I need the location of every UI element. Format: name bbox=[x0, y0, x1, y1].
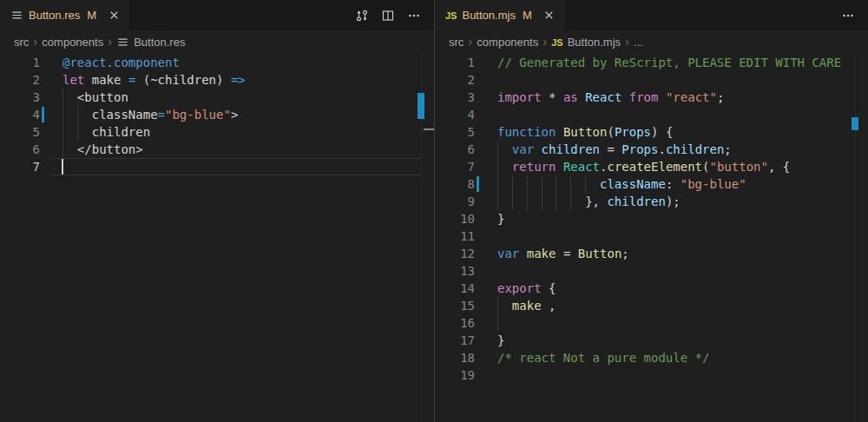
code-content[interactable]: } bbox=[475, 332, 868, 349]
indent-guide bbox=[77, 106, 78, 123]
code-token: children bbox=[666, 142, 724, 156]
line-number[interactable]: 16 bbox=[435, 314, 475, 332]
overview-ruler[interactable] bbox=[421, 54, 434, 422]
compare-changes-button[interactable] bbox=[352, 6, 372, 25]
line-number[interactable]: 17 bbox=[435, 332, 475, 349]
tab-Button.res[interactable]: Button.resM bbox=[0, 0, 130, 30]
code-token: } bbox=[497, 212, 504, 226]
line-number[interactable]: 4 bbox=[0, 106, 40, 123]
split-editor-button[interactable] bbox=[378, 6, 398, 25]
line-number[interactable]: 9 bbox=[435, 193, 475, 210]
line-number[interactable]: 19 bbox=[435, 366, 475, 384]
more-actions-button[interactable] bbox=[838, 6, 858, 25]
line-number[interactable]: 11 bbox=[435, 227, 475, 245]
code-content[interactable] bbox=[475, 106, 868, 123]
code-token: (~children) bbox=[135, 73, 231, 87]
breadcrumb-item-button-mjs[interactable]: JSButton.mjs bbox=[551, 36, 621, 49]
line-number[interactable]: 18 bbox=[435, 349, 475, 366]
breadcrumb-item-button-res[interactable]: Button.res bbox=[116, 36, 185, 49]
code-content[interactable] bbox=[475, 71, 868, 89]
line-number[interactable]: 1 bbox=[0, 54, 40, 71]
line-number[interactable]: 8 bbox=[435, 175, 475, 193]
overview-ruler[interactable] bbox=[855, 54, 868, 422]
code-content[interactable] bbox=[475, 314, 868, 332]
code-content[interactable]: /* react Not a pure module */ bbox=[475, 349, 868, 366]
line-number[interactable]: 15 bbox=[435, 297, 475, 314]
code-content[interactable]: export { bbox=[475, 280, 868, 297]
indent-guide bbox=[527, 193, 528, 210]
line-number[interactable]: 12 bbox=[435, 245, 475, 262]
code-content[interactable] bbox=[475, 262, 868, 280]
code-content[interactable]: children bbox=[40, 123, 434, 141]
code-content[interactable]: } bbox=[475, 210, 868, 227]
code-token: => bbox=[231, 73, 246, 87]
code-line: 11 bbox=[435, 227, 868, 245]
code-token bbox=[658, 90, 665, 104]
code-content[interactable] bbox=[475, 227, 868, 245]
line-number[interactable]: 2 bbox=[435, 71, 475, 89]
line-number[interactable]: 5 bbox=[0, 123, 40, 141]
tab-Button.mjs[interactable]: JSButton.mjsM bbox=[435, 0, 566, 30]
indent-guide bbox=[527, 175, 528, 193]
line-number[interactable]: 3 bbox=[0, 89, 40, 106]
code-token: * bbox=[542, 90, 563, 104]
line-number[interactable]: 5 bbox=[435, 123, 475, 141]
code-content[interactable]: // Generated by ReScript, PLEASE EDIT WI… bbox=[475, 54, 868, 71]
code-token: ); bbox=[666, 195, 681, 208]
code-token: ) { bbox=[651, 125, 673, 139]
code-content[interactable]: import * as React from "react"; bbox=[475, 89, 868, 106]
line-number[interactable]: 10 bbox=[435, 210, 475, 227]
tab-label: Button.mjs bbox=[462, 9, 515, 22]
code-content[interactable]: }, children); bbox=[475, 193, 868, 210]
line-number[interactable]: 4 bbox=[435, 106, 475, 123]
breadcrumb-item-components[interactable]: components bbox=[477, 36, 538, 49]
breadcrumb-item-src[interactable]: src bbox=[14, 36, 29, 49]
close-tab-button[interactable] bbox=[105, 7, 122, 24]
code-line: 8 className: "bg-blue" bbox=[435, 175, 868, 193]
breadcrumb-label: Button.mjs bbox=[568, 36, 621, 49]
line-number[interactable]: 7 bbox=[435, 158, 475, 175]
code-line: 2 bbox=[435, 71, 868, 89]
code-token: from bbox=[629, 90, 659, 104]
code-token: createElement bbox=[607, 160, 702, 174]
code-content[interactable]: return React.createElement("button", { bbox=[475, 158, 868, 175]
line-number[interactable]: 13 bbox=[435, 262, 475, 280]
code-content[interactable]: @react.component bbox=[40, 54, 434, 71]
indent-guide bbox=[497, 193, 498, 210]
code-content[interactable]: function Button(Props) { bbox=[475, 123, 868, 141]
code-token: Props bbox=[621, 142, 658, 156]
line-number[interactable]: 7 bbox=[0, 158, 40, 175]
line-number[interactable]: 6 bbox=[435, 141, 475, 158]
code-content[interactable]: let make = (~children) => bbox=[40, 71, 434, 89]
line-number[interactable]: 14 bbox=[435, 280, 475, 297]
close-tab-button[interactable] bbox=[541, 7, 558, 24]
code-line: 3import * as React from "react"; bbox=[435, 89, 868, 106]
breadcrumb-item-src[interactable]: src bbox=[449, 36, 464, 49]
code-content[interactable]: make , bbox=[475, 297, 868, 314]
line-number[interactable]: 1 bbox=[435, 54, 475, 71]
code-content[interactable] bbox=[40, 158, 434, 175]
code-content[interactable]: className="bg-blue"> bbox=[40, 106, 434, 123]
code-token bbox=[519, 247, 526, 260]
breadcrumb-label: ... bbox=[634, 36, 643, 49]
breadcrumb-item--[interactable]: ... bbox=[634, 36, 643, 49]
code-content[interactable] bbox=[475, 366, 868, 384]
breadcrumb-item-components[interactable]: components bbox=[42, 36, 103, 49]
indent-guide bbox=[542, 175, 542, 193]
code-content[interactable]: var children = Props.children; bbox=[475, 141, 868, 158]
line-number[interactable]: 6 bbox=[0, 141, 40, 158]
indent-guide bbox=[585, 175, 586, 193]
more-actions-button[interactable] bbox=[404, 6, 424, 25]
code-content[interactable]: var make = Button; bbox=[475, 245, 868, 262]
code-content[interactable]: </button> bbox=[40, 141, 434, 158]
line-number[interactable]: 3 bbox=[435, 89, 475, 106]
code-content[interactable]: <button bbox=[40, 89, 434, 106]
code-line: 3 <button bbox=[0, 89, 434, 106]
file-lines-icon bbox=[10, 9, 23, 22]
code-token: = bbox=[158, 108, 165, 122]
editor-actions bbox=[838, 0, 868, 30]
code-token: , { bbox=[768, 160, 790, 174]
line-number[interactable]: 2 bbox=[0, 71, 40, 89]
code-content[interactable]: className: "bg-blue" bbox=[475, 175, 868, 193]
code-token: ; bbox=[621, 247, 628, 260]
